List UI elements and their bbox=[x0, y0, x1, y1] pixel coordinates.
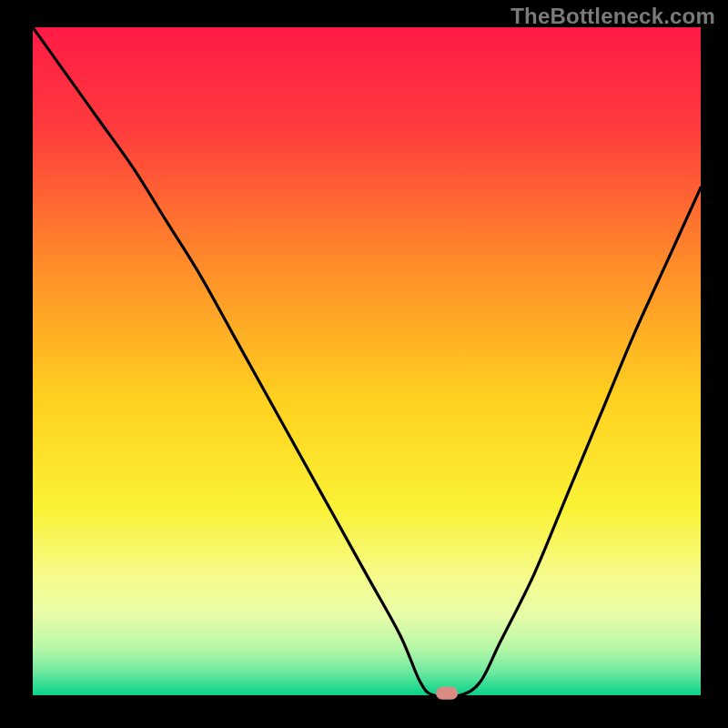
watermark-text: TheBottleneck.com bbox=[511, 4, 715, 29]
chart-frame: TheBottleneck.com bbox=[0, 0, 728, 728]
bottleneck-chart bbox=[0, 0, 728, 728]
minimum-marker bbox=[436, 687, 458, 700]
plot-background bbox=[33, 27, 701, 695]
